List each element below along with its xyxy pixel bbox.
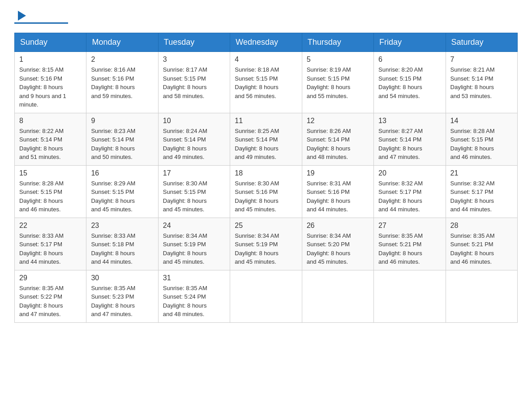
day-info: Sunrise: 8:33 AM Sunset: 5:17 PM Dayligh…	[19, 231, 82, 266]
day-info: Sunrise: 8:33 AM Sunset: 5:18 PM Dayligh…	[91, 231, 153, 266]
day-info: Sunrise: 8:31 AM Sunset: 5:16 PM Dayligh…	[307, 179, 369, 214]
day-info: Sunrise: 8:24 AM Sunset: 5:14 PM Dayligh…	[163, 127, 225, 162]
day-info: Sunrise: 8:30 AM Sunset: 5:16 PM Dayligh…	[235, 179, 297, 214]
day-info: Sunrise: 8:34 AM Sunset: 5:19 PM Dayligh…	[163, 231, 225, 266]
day-number: 19	[307, 169, 369, 177]
calendar-cell: 27 Sunrise: 8:35 AM Sunset: 5:21 PM Dayl…	[374, 218, 446, 270]
day-number: 21	[450, 169, 513, 177]
calendar-cell: 10 Sunrise: 8:24 AM Sunset: 5:14 PM Dayl…	[158, 113, 230, 165]
calendar-cell: 4 Sunrise: 8:18 AM Sunset: 5:15 PM Dayli…	[230, 52, 302, 113]
day-number: 18	[235, 169, 297, 177]
calendar-cell: 22 Sunrise: 8:33 AM Sunset: 5:17 PM Dayl…	[15, 218, 86, 270]
day-info: Sunrise: 8:34 AM Sunset: 5:20 PM Dayligh…	[307, 231, 369, 266]
calendar-cell: 31 Sunrise: 8:35 AM Sunset: 5:24 PM Dayl…	[158, 270, 230, 322]
calendar-cell: 6 Sunrise: 8:20 AM Sunset: 5:15 PM Dayli…	[374, 52, 446, 113]
logo-arrow-icon	[15, 11, 26, 21]
calendar-cell: 13 Sunrise: 8:27 AM Sunset: 5:14 PM Dayl…	[374, 113, 446, 165]
day-info: Sunrise: 8:28 AM Sunset: 5:15 PM Dayligh…	[450, 127, 513, 162]
day-info: Sunrise: 8:30 AM Sunset: 5:15 PM Dayligh…	[163, 179, 225, 214]
day-number: 2	[91, 56, 153, 64]
day-number: 27	[378, 222, 441, 230]
calendar-table: SundayMondayTuesdayWednesdayThursdayFrid…	[14, 33, 518, 323]
calendar-cell	[446, 270, 517, 322]
calendar-week-row: 15 Sunrise: 8:28 AM Sunset: 5:15 PM Dayl…	[15, 165, 518, 218]
day-info: Sunrise: 8:20 AM Sunset: 5:15 PM Dayligh…	[378, 65, 441, 100]
calendar-week-row: 1 Sunrise: 8:15 AM Sunset: 5:16 PM Dayli…	[15, 52, 518, 113]
calendar-cell: 9 Sunrise: 8:23 AM Sunset: 5:14 PM Dayli…	[86, 113, 158, 165]
calendar-cell: 11 Sunrise: 8:25 AM Sunset: 5:14 PM Dayl…	[230, 113, 302, 165]
calendar-cell: 26 Sunrise: 8:34 AM Sunset: 5:20 PM Dayl…	[302, 218, 373, 270]
day-info: Sunrise: 8:34 AM Sunset: 5:19 PM Dayligh…	[235, 231, 297, 266]
calendar-cell: 18 Sunrise: 8:30 AM Sunset: 5:16 PM Dayl…	[230, 165, 302, 218]
calendar-cell: 15 Sunrise: 8:28 AM Sunset: 5:15 PM Dayl…	[15, 165, 86, 218]
calendar-week-row: 22 Sunrise: 8:33 AM Sunset: 5:17 PM Dayl…	[15, 218, 518, 270]
day-number: 17	[163, 169, 225, 177]
calendar-cell: 12 Sunrise: 8:26 AM Sunset: 5:14 PM Dayl…	[302, 113, 373, 165]
day-number: 8	[19, 117, 82, 125]
day-header-sunday: Sunday	[15, 33, 86, 52]
calendar-cell: 3 Sunrise: 8:17 AM Sunset: 5:15 PM Dayli…	[158, 52, 230, 113]
day-info: Sunrise: 8:26 AM Sunset: 5:14 PM Dayligh…	[307, 127, 369, 162]
day-header-wednesday: Wednesday	[230, 33, 302, 52]
calendar-cell: 25 Sunrise: 8:34 AM Sunset: 5:19 PM Dayl…	[230, 218, 302, 270]
day-info: Sunrise: 8:25 AM Sunset: 5:14 PM Dayligh…	[235, 127, 297, 162]
day-info: Sunrise: 8:17 AM Sunset: 5:15 PM Dayligh…	[163, 65, 225, 100]
page-header	[14, 11, 518, 24]
calendar-cell: 19 Sunrise: 8:31 AM Sunset: 5:16 PM Dayl…	[302, 165, 373, 218]
day-info: Sunrise: 8:18 AM Sunset: 5:15 PM Dayligh…	[235, 65, 297, 100]
day-number: 22	[19, 222, 82, 230]
day-number: 4	[235, 56, 297, 64]
day-number: 25	[235, 222, 297, 230]
day-info: Sunrise: 8:28 AM Sunset: 5:15 PM Dayligh…	[19, 179, 82, 214]
day-number: 10	[163, 117, 225, 125]
day-info: Sunrise: 8:27 AM Sunset: 5:14 PM Dayligh…	[378, 127, 441, 162]
calendar-cell: 8 Sunrise: 8:22 AM Sunset: 5:14 PM Dayli…	[15, 113, 86, 165]
calendar-cell: 2 Sunrise: 8:16 AM Sunset: 5:16 PM Dayli…	[86, 52, 158, 113]
calendar-header-row: SundayMondayTuesdayWednesdayThursdayFrid…	[15, 33, 518, 52]
calendar-week-row: 29 Sunrise: 8:35 AM Sunset: 5:22 PM Dayl…	[15, 270, 518, 322]
day-number: 14	[450, 117, 513, 125]
svg-marker-0	[18, 11, 26, 21]
day-number: 7	[450, 56, 513, 64]
day-number: 29	[19, 274, 82, 282]
calendar-cell: 30 Sunrise: 8:35 AM Sunset: 5:23 PM Dayl…	[86, 270, 158, 322]
calendar-cell: 14 Sunrise: 8:28 AM Sunset: 5:15 PM Dayl…	[446, 113, 517, 165]
day-info: Sunrise: 8:15 AM Sunset: 5:16 PM Dayligh…	[19, 65, 82, 109]
day-number: 20	[378, 169, 441, 177]
day-number: 12	[307, 117, 369, 125]
day-number: 6	[378, 56, 441, 64]
logo-underline	[14, 22, 68, 24]
calendar-cell: 1 Sunrise: 8:15 AM Sunset: 5:16 PM Dayli…	[15, 52, 86, 113]
day-info: Sunrise: 8:22 AM Sunset: 5:14 PM Dayligh…	[19, 127, 82, 162]
day-info: Sunrise: 8:16 AM Sunset: 5:16 PM Dayligh…	[91, 65, 153, 100]
day-info: Sunrise: 8:35 AM Sunset: 5:23 PM Dayligh…	[91, 284, 153, 319]
day-info: Sunrise: 8:29 AM Sunset: 5:15 PM Dayligh…	[91, 179, 153, 214]
day-number: 30	[91, 274, 153, 282]
day-number: 13	[378, 117, 441, 125]
day-header-friday: Friday	[374, 33, 446, 52]
day-number: 23	[91, 222, 153, 230]
day-info: Sunrise: 8:35 AM Sunset: 5:24 PM Dayligh…	[163, 284, 225, 319]
day-header-monday: Monday	[86, 33, 158, 52]
day-header-thursday: Thursday	[302, 33, 373, 52]
day-number: 26	[307, 222, 369, 230]
day-header-tuesday: Tuesday	[158, 33, 230, 52]
day-number: 3	[163, 56, 225, 64]
calendar-cell: 20 Sunrise: 8:32 AM Sunset: 5:17 PM Dayl…	[374, 165, 446, 218]
day-info: Sunrise: 8:35 AM Sunset: 5:21 PM Dayligh…	[450, 231, 513, 266]
day-number: 28	[450, 222, 513, 230]
day-number: 9	[91, 117, 153, 125]
day-number: 16	[91, 169, 153, 177]
calendar-cell: 29 Sunrise: 8:35 AM Sunset: 5:22 PM Dayl…	[15, 270, 86, 322]
calendar-cell: 24 Sunrise: 8:34 AM Sunset: 5:19 PM Dayl…	[158, 218, 230, 270]
day-number: 31	[163, 274, 225, 282]
day-number: 5	[307, 56, 369, 64]
calendar-cell	[374, 270, 446, 322]
day-header-saturday: Saturday	[446, 33, 517, 52]
day-info: Sunrise: 8:19 AM Sunset: 5:15 PM Dayligh…	[307, 65, 369, 100]
logo	[14, 11, 68, 24]
calendar-cell: 23 Sunrise: 8:33 AM Sunset: 5:18 PM Dayl…	[86, 218, 158, 270]
day-info: Sunrise: 8:35 AM Sunset: 5:22 PM Dayligh…	[19, 284, 82, 319]
day-info: Sunrise: 8:21 AM Sunset: 5:14 PM Dayligh…	[450, 65, 513, 100]
day-info: Sunrise: 8:23 AM Sunset: 5:14 PM Dayligh…	[91, 127, 153, 162]
